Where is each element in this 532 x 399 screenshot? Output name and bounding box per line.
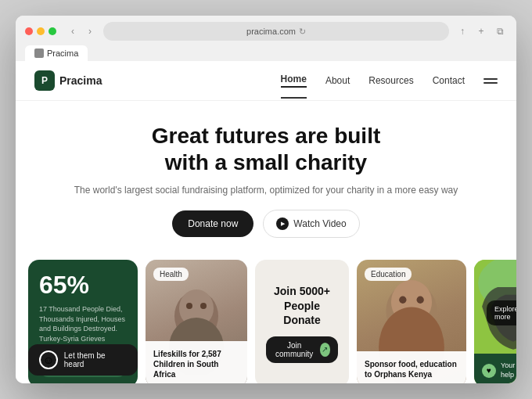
education-card-text: Sponsor food, education to Orphans Kenya — [357, 351, 466, 383]
url-text: pracima.com — [246, 27, 296, 36]
browser-tabs: Pracima — [25, 45, 507, 61]
browser-actions: ↑ + ⧉ — [455, 24, 507, 38]
address-bar-row: pracima.com ↻ ↑ + ⧉ — [103, 22, 507, 41]
join-card: Join 5000+ People Donate Join community … — [255, 260, 349, 383]
help-card-top: Explore more → — [474, 260, 516, 354]
svg-point-8 — [417, 297, 424, 304]
health-card-text: Lifeskills for 2,587 Children in South A… — [146, 341, 247, 383]
join-community-button[interactable]: Join community ↗ — [266, 336, 338, 363]
maximize-button[interactable] — [49, 27, 56, 35]
play-icon: ▶ — [276, 217, 289, 230]
tabs-icon[interactable]: ⧉ — [493, 24, 507, 38]
health-title: Lifeskills for 2,587 Children in South A… — [153, 349, 239, 379]
health-card: Health Lifeskills for 2,587 Children in … — [146, 260, 247, 383]
help-card-text: Your hor for help — [501, 361, 516, 379]
bottom-bar: ☺ Let them be heard — [28, 344, 138, 376]
traffic-lights — [25, 27, 56, 35]
browser-nav-icons: ‹ › — [66, 24, 97, 38]
logo-icon: P — [34, 70, 55, 91]
nav-link-about[interactable]: About — [325, 75, 350, 86]
hero-section: Great futures are built with a small cha… — [16, 101, 516, 250]
nav-link-home[interactable]: Home — [281, 74, 307, 84]
donate-now-button[interactable]: Donate now — [172, 210, 253, 237]
svg-point-2 — [186, 303, 192, 309]
hero-title: Great futures are built with a small cha… — [63, 123, 469, 175]
heart-icon: ♥ — [482, 364, 496, 378]
stats-description: 17 Thousand People Died, Thousands Injur… — [39, 304, 127, 343]
help-card: Explore more → ♥ Your hor for help — [474, 260, 516, 383]
website-content: P Pracima Home About Resources Contact G… — [16, 61, 516, 383]
browser-window: ‹ › pracima.com ↻ ↑ + ⧉ Pracima — [16, 16, 516, 383]
nav-links: Home About Resources Contact — [281, 74, 465, 88]
forward-button[interactable]: › — [83, 24, 97, 38]
smile-icon: ☺ — [39, 350, 58, 369]
hamburger-line-2 — [483, 82, 498, 84]
refresh-icon[interactable]: ↻ — [299, 27, 306, 37]
tab-favicon — [34, 49, 44, 58]
new-tab-icon[interactable]: + — [474, 24, 488, 38]
explore-more-button[interactable]: Explore more → — [487, 300, 516, 325]
hamburger-line-1 — [483, 78, 498, 80]
minimize-button[interactable] — [37, 27, 45, 35]
logo-area: P Pracima — [34, 70, 102, 91]
share-icon[interactable]: ↑ — [455, 24, 469, 38]
site-nav: P Pracima Home About Resources Contact — [16, 61, 516, 101]
hero-buttons: Donate now ▶ Watch Video — [63, 210, 469, 238]
svg-point-7 — [399, 297, 406, 304]
browser-chrome: ‹ › pracima.com ↻ ↑ + ⧉ Pracima — [16, 16, 516, 61]
active-tab[interactable]: Pracima — [25, 45, 88, 61]
education-title: Sponsor food, education to Orphans Kenya — [365, 359, 458, 379]
logo-text: Pracima — [59, 74, 102, 87]
nav-home-wrapper: Home — [281, 74, 307, 88]
watch-video-button[interactable]: ▶ Watch Video — [263, 210, 359, 238]
nav-link-resources[interactable]: Resources — [368, 75, 413, 86]
stats-percent: 65% — [39, 271, 127, 300]
explore-more-label: Explore more — [494, 305, 516, 321]
help-card-bottom: ♥ Your hor for help — [474, 354, 516, 383]
join-text: Join 5000+ People Donate — [266, 284, 338, 327]
hamburger-menu[interactable] — [483, 78, 498, 84]
svg-point-3 — [200, 303, 207, 309]
nav-link-contact[interactable]: Contact — [433, 75, 465, 86]
bottom-bar-text: Let them be heard — [64, 351, 127, 368]
health-tag: Health — [153, 268, 189, 281]
close-button[interactable] — [25, 27, 33, 35]
back-button[interactable]: ‹ — [66, 24, 80, 38]
tab-label: Pracima — [47, 49, 78, 58]
education-card: Education Sponsor food, education to Orp… — [357, 260, 466, 383]
hero-subtitle: The world's largest social fundraising p… — [63, 183, 469, 197]
address-bar[interactable]: pracima.com ↻ — [103, 22, 449, 41]
education-tag: Education — [365, 268, 412, 281]
nav-active-indicator — [281, 86, 307, 88]
join-arrow-icon: ↗ — [320, 343, 331, 357]
